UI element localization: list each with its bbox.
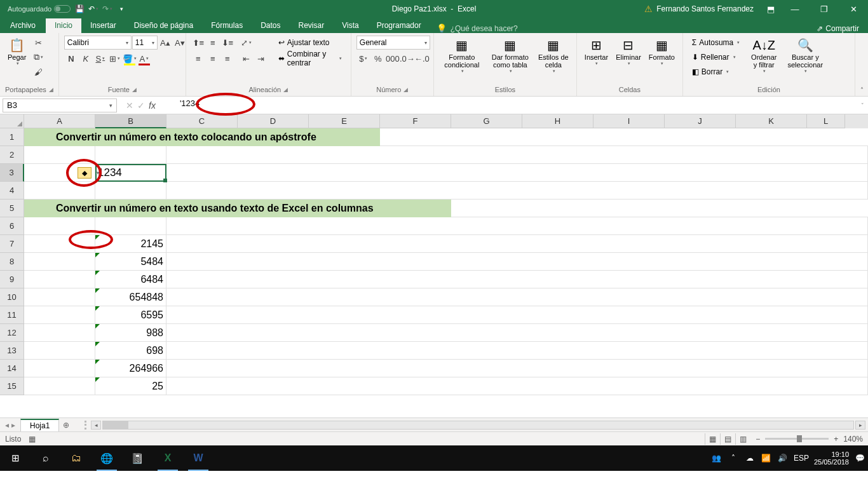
find-select-button[interactable]: 🔍Buscar y seleccionar▾ <box>784 36 826 75</box>
row-header-5[interactable]: 5 <box>0 200 24 217</box>
zoom-out-icon[interactable]: − <box>756 435 760 444</box>
cell-rest-9[interactable] <box>166 271 868 288</box>
col-header-K[interactable]: K <box>736 114 807 128</box>
zoom-level[interactable]: 140% <box>843 435 863 444</box>
undo-icon[interactable]: ↶▾ <box>88 4 98 14</box>
tab-insert[interactable]: Insertar <box>81 18 125 33</box>
cell-A10[interactable] <box>24 288 95 306</box>
col-header-C[interactable]: C <box>166 114 238 128</box>
error-smart-tag[interactable]: ◆ <box>78 167 92 179</box>
format-cells-button[interactable]: ▦Formato▾ <box>646 36 677 67</box>
taskbar-word[interactable]: W <box>183 445 214 471</box>
row-header-8[interactable]: 8 <box>0 253 24 271</box>
page-layout-view-icon[interactable]: ▤ <box>720 433 735 445</box>
taskbar-file-explorer[interactable]: 🗂 <box>61 445 92 471</box>
tab-formulas[interactable]: Fórmulas <box>202 18 252 33</box>
cell-rest-12[interactable] <box>166 324 868 342</box>
cut-icon[interactable]: ✂ <box>31 36 45 50</box>
merge-center-button[interactable]: ⬌Combinar y centrar▾ <box>275 51 346 65</box>
cell-A14[interactable] <box>24 360 95 377</box>
cell-rest-7[interactable] <box>166 235 868 253</box>
save-icon[interactable]: 💾 <box>74 4 85 14</box>
font-color-icon[interactable]: A▾ <box>137 51 151 65</box>
insert-cells-button[interactable]: ⊞Insertar▾ <box>582 36 611 67</box>
decrease-decimal-icon[interactable]: ←.0 <box>415 51 429 65</box>
align-right-icon[interactable]: ≡ <box>220 51 234 65</box>
format-painter-icon[interactable]: 🖌 <box>31 65 45 79</box>
formula-bar-input[interactable]: '1234 <box>161 98 857 112</box>
cell-A7[interactable] <box>24 235 95 253</box>
increase-decimal-icon[interactable]: .0→ <box>400 51 414 65</box>
cell-A1[interactable]: Convertir un número en texto colocando u… <box>24 128 380 146</box>
cell-styles-button[interactable]: ▦ Estilos de celda▾ <box>536 36 571 75</box>
format-as-table-button[interactable]: ▦ Dar formato como tabla▾ <box>487 36 533 75</box>
cell-A5[interactable]: Convertir un número en texto usando text… <box>24 200 451 217</box>
cells-region[interactable]: Convertir un número en texto colocando u… <box>24 128 868 417</box>
accept-formula-icon[interactable]: ✓ <box>137 100 145 111</box>
font-size-combo[interactable]: 11▾ <box>132 36 158 50</box>
number-format-combo[interactable]: General▾ <box>356 36 430 50</box>
minimize-button[interactable]: — <box>780 0 810 18</box>
cell-rest-2[interactable] <box>166 146 868 164</box>
cell-A4[interactable] <box>24 182 95 200</box>
font-launcher-icon[interactable]: ◢ <box>132 86 137 93</box>
volume-icon[interactable]: 🔊 <box>777 454 789 463</box>
people-icon[interactable]: 👥 <box>711 454 722 463</box>
cell-rest-13[interactable] <box>166 342 868 360</box>
col-header-B[interactable]: B <box>95 114 166 128</box>
tell-me-search[interactable]: 💡 ¿Qué desea hacer? <box>430 24 524 33</box>
select-all-corner[interactable] <box>0 114 24 128</box>
orientation-icon[interactable]: ⤢▾ <box>240 36 254 50</box>
fill-color-icon[interactable]: 🪣▾ <box>123 51 137 65</box>
cell-rest-6[interactable] <box>166 217 868 235</box>
decrease-indent-icon[interactable]: ⇤ <box>240 51 254 65</box>
sheet-tab-hoja1[interactable]: Hoja1 <box>20 419 59 431</box>
cell-B11[interactable]: 6595 <box>95 306 166 324</box>
cell-A11[interactable] <box>24 306 95 324</box>
language-indicator[interactable]: ESP <box>794 454 809 463</box>
cell-A12[interactable] <box>24 324 95 342</box>
row-header-4[interactable]: 4 <box>0 182 24 200</box>
cell-A2[interactable] <box>24 146 95 164</box>
tab-file[interactable]: Archivo <box>0 18 46 33</box>
cell-B6[interactable] <box>95 217 166 235</box>
cell-rest-10[interactable] <box>166 288 868 306</box>
row-header-2[interactable]: 2 <box>0 146 24 164</box>
align-center-icon[interactable]: ≡ <box>206 51 220 65</box>
col-header-H[interactable]: H <box>522 114 593 128</box>
decrease-font-icon[interactable]: A▾ <box>173 36 187 50</box>
add-sheet-button[interactable]: ⊕ <box>59 421 73 430</box>
cell-B10[interactable]: 654848 <box>95 288 166 306</box>
clipboard-launcher-icon[interactable]: ◢ <box>49 86 53 93</box>
scroll-right-icon[interactable]: ▸ <box>855 421 865 430</box>
tab-data[interactable]: Datos <box>252 18 289 33</box>
cell-rest-5[interactable] <box>451 200 868 217</box>
spreadsheet-grid[interactable]: A B C D E F G H I J K L 1 2 3 4 5 6 7 8 … <box>0 114 868 417</box>
cell-B14[interactable]: 264966 <box>95 360 166 377</box>
normal-view-icon[interactable]: ▦ <box>705 433 720 445</box>
row-header-10[interactable]: 10 <box>0 288 24 306</box>
row-header-9[interactable]: 9 <box>0 271 24 288</box>
bold-button[interactable]: N <box>64 51 78 65</box>
cell-B2[interactable] <box>95 146 166 164</box>
taskbar-excel[interactable]: X <box>153 445 183 471</box>
taskbar-chrome[interactable]: 🌐 <box>92 445 122 471</box>
close-button[interactable]: ✕ <box>839 0 868 18</box>
page-break-view-icon[interactable]: ▥ <box>735 433 750 445</box>
zoom-in-icon[interactable]: + <box>834 435 838 444</box>
col-header-G[interactable]: G <box>451 114 522 128</box>
col-header-L[interactable]: L <box>807 114 845 128</box>
fill-button[interactable]: ⬇Rellenar▾ <box>688 50 743 64</box>
increase-font-icon[interactable]: A▴ <box>158 36 172 50</box>
cell-B13[interactable]: 698 <box>95 342 166 360</box>
onedrive-icon[interactable]: ☁ <box>744 454 756 463</box>
ribbon-display-options-icon[interactable]: ⬒ <box>761 0 780 18</box>
name-box[interactable]: B3 ▾ <box>3 98 117 112</box>
conditional-formatting-button[interactable]: ▦ Formato condicional▾ <box>439 36 485 75</box>
insert-function-icon[interactable]: fx <box>149 100 156 111</box>
tab-review[interactable]: Revisar <box>290 18 334 33</box>
col-header-D[interactable]: D <box>238 114 309 128</box>
tab-home[interactable]: Inicio <box>46 18 81 33</box>
font-name-combo[interactable]: Calibri▾ <box>64 36 132 50</box>
align-middle-icon[interactable]: ≡ <box>206 36 220 50</box>
